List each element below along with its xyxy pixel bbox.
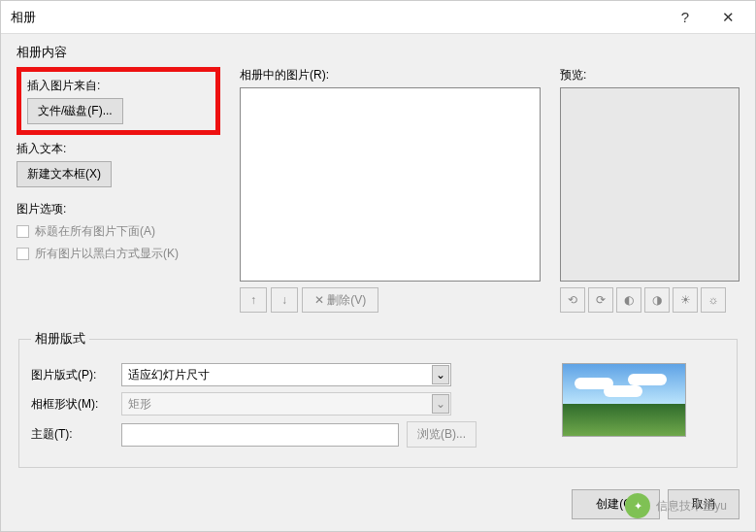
arrow-down-icon: ↓	[281, 293, 287, 307]
caption-checkbox[interactable]: 标题在所有图片下面(A)	[16, 223, 220, 240]
chevron-down-icon: ⌄	[432, 394, 449, 414]
pictures-in-album-label: 相册中的图片(R):	[240, 67, 541, 83]
bw-checkbox-label: 所有图片以黑白方式显示(K)	[35, 246, 179, 262]
picture-layout-label: 图片版式(P):	[31, 367, 114, 383]
dialog-content: 相册内容 插入图片来自: 文件/磁盘(F)... 插入文本: 新建文本框(X) …	[1, 34, 755, 478]
caption-checkbox-label: 标题在所有图片下面(A)	[35, 223, 155, 240]
checkbox-icon	[16, 225, 29, 238]
browse-button[interactable]: 浏览(B)...	[407, 421, 477, 448]
dialog-window: 相册 ? ✕ 相册内容 插入图片来自: 文件/磁盘(F)... 插入文本: 新建…	[0, 0, 756, 532]
picture-layout-select[interactable]: 适应幻灯片尺寸 ⌄	[121, 363, 451, 386]
pictures-listbox[interactable]	[240, 87, 541, 282]
preview-label: 预览:	[560, 67, 740, 83]
insert-from-label: 插入图片来自:	[27, 78, 210, 94]
rotate-left-icon: ⟲	[568, 293, 577, 307]
rotate-right-button[interactable]: ⟳	[588, 287, 613, 313]
brightness-up-icon: ☀	[680, 293, 691, 307]
theme-input[interactable]	[121, 423, 399, 447]
close-button[interactable]: ✕	[707, 3, 749, 32]
insert-text-label: 插入文本:	[16, 141, 220, 157]
titlebar: 相册 ? ✕	[1, 1, 755, 34]
brightness-down-button[interactable]: ☼	[701, 287, 726, 313]
frame-shape-select: 矩形 ⌄	[121, 392, 451, 416]
cloud-icon	[575, 378, 613, 389]
file-disk-button[interactable]: 文件/磁盘(F)...	[27, 98, 123, 124]
layout-fieldset: 相册版式 图片版式(P): 适应幻灯片尺寸 ⌄ 相框形状(M): 矩形 ⌄	[18, 330, 738, 468]
contrast-up-icon: ◐	[624, 293, 634, 307]
dialog-title: 相册	[11, 9, 664, 26]
x-icon: ✕	[314, 293, 324, 307]
brightness-up-button[interactable]: ☀	[673, 287, 698, 313]
help-button[interactable]: ?	[664, 3, 707, 32]
content-section-label: 相册内容	[16, 44, 740, 61]
layout-thumbnail	[562, 363, 686, 437]
move-down-button[interactable]: ↓	[271, 287, 298, 313]
rotate-right-icon: ⟳	[596, 293, 606, 307]
wechat-icon: ✦	[625, 493, 650, 518]
contrast-up-button[interactable]: ◐	[616, 287, 641, 313]
watermark-text: 信息技术鱼yu	[656, 498, 727, 515]
frame-shape-label: 相框形状(M):	[31, 396, 114, 413]
rotate-left-button[interactable]: ⟲	[560, 287, 585, 313]
watermark: ✦ 信息技术鱼yu	[625, 493, 727, 518]
chevron-down-icon: ⌄	[432, 365, 449, 384]
contrast-down-button[interactable]: ◑	[644, 287, 670, 313]
new-textbox-button[interactable]: 新建文本框(X)	[16, 161, 112, 187]
contrast-down-icon: ◑	[652, 293, 662, 307]
checkbox-icon	[16, 248, 29, 260]
preview-pane	[560, 87, 740, 282]
arrow-up-icon: ↑	[250, 293, 256, 307]
blackwhite-checkbox[interactable]: 所有图片以黑白方式显示(K)	[16, 246, 220, 262]
layout-legend: 相册版式	[31, 330, 89, 348]
move-up-button[interactable]: ↑	[240, 287, 267, 313]
remove-button[interactable]: ✕ 删除(V)	[302, 287, 378, 313]
theme-label: 主题(T):	[31, 426, 114, 443]
picture-options-label: 图片选项:	[16, 201, 220, 217]
brightness-down-icon: ☼	[708, 293, 719, 307]
highlight-box: 插入图片来自: 文件/磁盘(F)...	[16, 67, 220, 135]
